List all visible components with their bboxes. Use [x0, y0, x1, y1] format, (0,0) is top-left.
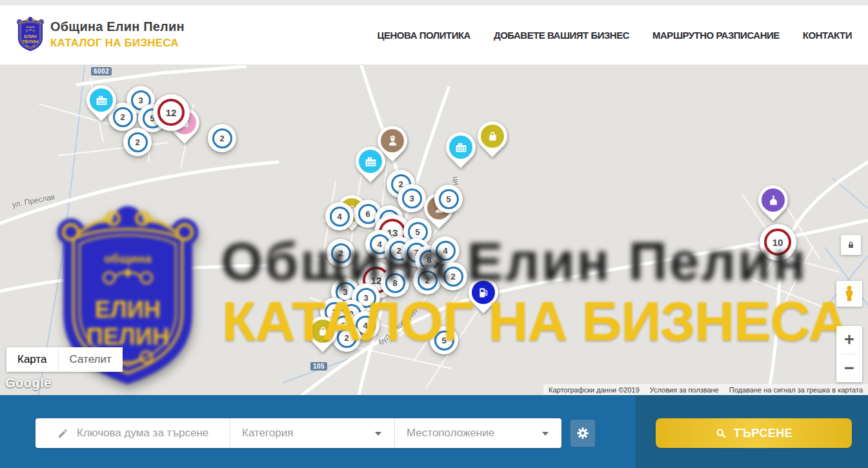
search-button[interactable]: ТЪРСЕНЕ: [656, 418, 852, 448]
location-select[interactable]: Местоположение: [395, 418, 561, 448]
search-button-label: ТЪРСЕНЕ: [734, 427, 793, 440]
factory-icon: [90, 88, 113, 112]
cluster-count: 2: [128, 132, 148, 152]
cluster-count: 12: [157, 99, 185, 126]
brand-logo[interactable]: Община Елин Пелин КАТАЛОГ НА БИЗНЕСА: [16, 16, 185, 53]
search-bar: Категория Местоположение: [0, 395, 868, 468]
cluster-marker[interactable]: 3: [398, 184, 426, 212]
zoom-in-button[interactable]: +: [836, 326, 862, 354]
google-logo[interactable]: Google: [5, 376, 52, 391]
brand-subtitle: КАТАЛОГ НА БИЗНЕСА: [50, 37, 185, 50]
attribution-report-link[interactable]: Подаване на сигнал за грешка в картата: [724, 386, 868, 394]
cluster-marker[interactable]: 12: [153, 94, 190, 131]
cluster-marker[interactable]: 2: [208, 124, 236, 152]
factory-pin-marker[interactable]: [356, 147, 385, 176]
nav-item-bus-schedule[interactable]: МАРШРУТНО РАЗПИСАНИЕ: [652, 30, 780, 41]
pencil-icon: [57, 428, 68, 439]
search-icon: [715, 427, 727, 440]
bag-pin-marker[interactable]: [478, 121, 507, 151]
municipality-crest-icon: [16, 16, 45, 53]
cluster-marker[interactable]: 2: [123, 128, 152, 156]
street-name-label: ци: [451, 176, 461, 185]
watermark-subtitle: КАТАЛОГ НА БИЗНЕСА: [222, 289, 848, 353]
cluster-count: 2: [212, 128, 232, 148]
brand-title: Община Елин Пелин: [50, 19, 185, 34]
google-map[interactable]: 6002105ул. Преславбул. „Новоселци 32512 …: [0, 65, 868, 395]
cluster-marker[interactable]: 5: [434, 185, 463, 213]
keyword-section: [35, 418, 230, 448]
map-type-map-button[interactable]: Карта: [6, 347, 59, 372]
church-icon: [762, 188, 785, 212]
chevron-down-icon: [542, 432, 549, 436]
factory-icon: [449, 136, 472, 159]
top-strip: [0, 0, 868, 5]
map-type-satellite-button[interactable]: Сателит: [59, 347, 123, 372]
category-select[interactable]: Категория: [230, 418, 395, 448]
attribution-terms-link[interactable]: Условия за ползване: [645, 386, 724, 394]
zoom-out-button[interactable]: −: [836, 354, 862, 382]
factory-pin-marker[interactable]: [86, 85, 116, 115]
watermark-title: Община Елин Пелин: [221, 230, 807, 293]
nav-item-pricing[interactable]: ЦЕНОВА ПОЛИТИКА: [378, 30, 470, 41]
church-pin-marker[interactable]: [758, 185, 788, 215]
search-panel: Категория Местоположение: [35, 418, 561, 448]
bag-icon: [481, 125, 504, 148]
zoom-control: + −: [836, 326, 862, 382]
map-type-control: Карта Сателит: [6, 347, 123, 372]
page: община ЕЛИН ПЕЛИН Община Елин Пелин: [0, 0, 868, 468]
keyword-search-input[interactable]: [77, 427, 225, 440]
location-select-label: Местоположение: [407, 427, 494, 440]
cluster-count: 4: [330, 207, 350, 227]
lock-icon: [846, 240, 856, 250]
fullscreen-lock-button[interactable]: [841, 235, 861, 255]
chevron-down-icon: [375, 432, 381, 436]
category-select-label: Категория: [242, 427, 293, 440]
header: Община Елин Пелин КАТАЛОГ НА БИЗНЕСА ЦЕН…: [0, 0, 868, 65]
street-view-pegman-button[interactable]: [836, 281, 862, 307]
pegman-icon: [842, 285, 856, 302]
cluster-marker[interactable]: 4: [325, 202, 354, 230]
factory-icon: [359, 150, 382, 173]
attribution-copyright: Картографски данни ©2019: [543, 386, 645, 394]
map-attribution: Картографски данни ©2019 Условия за полз…: [543, 384, 868, 395]
gear-icon: [576, 426, 590, 440]
cluster-count: 3: [402, 188, 422, 209]
nav-item-add-business[interactable]: ДОБАВЕТЕ ВАШИЯТ БИЗНЕС: [494, 30, 629, 41]
factory-pin-marker[interactable]: [446, 132, 476, 162]
main-nav: ЦЕНОВА ПОЛИТИКА ДОБАВЕТЕ ВАШИЯТ БИЗНЕС М…: [378, 5, 852, 65]
road-number-badge: 105: [310, 362, 327, 371]
cluster-count: 5: [439, 189, 459, 209]
advanced-settings-button[interactable]: [570, 420, 595, 447]
nav-item-contacts[interactable]: КОНТАКТИ: [803, 30, 852, 41]
road-number-badge: 6002: [91, 67, 112, 76]
